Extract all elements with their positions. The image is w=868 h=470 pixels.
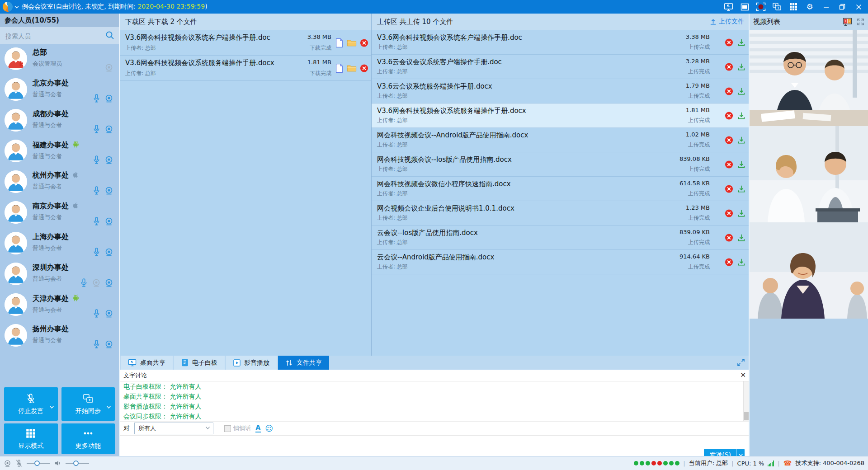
webcam-icon[interactable] <box>104 217 113 226</box>
open-folder-icon[interactable] <box>347 38 357 47</box>
webcam-icon[interactable] <box>104 186 113 195</box>
mic-icon[interactable] <box>92 155 101 164</box>
delete-file-icon[interactable] <box>725 209 733 217</box>
chevron-down-icon[interactable] <box>107 403 111 410</box>
maximize-button[interactable] <box>837 2 847 12</box>
mic-icon[interactable] <box>92 309 101 318</box>
file-row[interactable]: 云会议--Android版产品使用指南.docx 上传者: 总部 914.64 … <box>372 250 750 274</box>
download-file-icon[interactable] <box>737 87 745 95</box>
file-row[interactable]: 网会科技视频会议--Android版产品使用指南.docx 上传者: 总部 1.… <box>372 128 750 152</box>
file-row[interactable]: 网会科技视频会议--Ios版产品使用指南.docx 上传者: 总部 839.08… <box>372 152 750 177</box>
settings-gear-icon[interactable]: ⚙ <box>805 2 815 12</box>
whiteboard-window-icon[interactable] <box>740 2 750 12</box>
participant-row[interactable]: 深圳办事处 普通与会者 <box>0 259 119 290</box>
tab-desktop-share[interactable]: 桌面共享 <box>121 356 173 370</box>
webcam-status-icon[interactable] <box>4 460 11 467</box>
webcam-icon[interactable] <box>104 155 113 164</box>
delete-file-icon[interactable] <box>725 111 733 120</box>
minimize-button[interactable] <box>821 2 831 12</box>
start-sync-button[interactable]: 开始同步 <box>61 387 115 421</box>
file-row[interactable]: V3.6云会议系统服务端操作手册.docx 上传者: 总部 1.79 MB 上传… <box>372 79 750 103</box>
open-file-icon[interactable] <box>335 38 343 47</box>
webcam-icon[interactable] <box>104 309 113 318</box>
participant-row[interactable]: 上海办事处 普通与会者 <box>0 228 119 259</box>
mic-icon[interactable] <box>92 186 101 195</box>
delete-file-icon[interactable] <box>725 233 733 242</box>
speaker-volume-slider[interactable] <box>66 460 89 466</box>
record-icon[interactable] <box>756 2 766 12</box>
download-file-icon[interactable] <box>737 160 745 169</box>
chevron-down-icon[interactable] <box>50 403 54 410</box>
delete-file-icon[interactable] <box>360 38 368 47</box>
participant-row[interactable]: 成都办事处 普通与会者 <box>0 105 119 136</box>
sync-screens-icon[interactable] <box>772 2 782 12</box>
display-mode-grid-icon[interactable] <box>788 2 798 12</box>
delete-file-icon[interactable] <box>360 64 368 72</box>
chat-close-icon[interactable]: ✕ <box>740 372 746 379</box>
participant-row[interactable]: 北京办事处 普通与会者 <box>0 75 119 105</box>
title-menu-chevron-icon[interactable] <box>14 5 19 9</box>
download-file-icon[interactable] <box>737 38 745 47</box>
mic-icon[interactable] <box>92 94 101 103</box>
video-expand-icon[interactable] <box>857 18 864 26</box>
download-file-icon[interactable] <box>737 234 745 242</box>
file-row[interactable]: V3.6网会科技视频会议系统服务端操作手册.docx 上传者: 总部 1.81 … <box>120 56 371 81</box>
file-row[interactable]: V3.6网会科技视频会议系统客户端操作手册.doc 上传者: 总部 3.38 M… <box>372 30 750 55</box>
webcam-icon[interactable] <box>104 340 113 349</box>
whisper-checkbox[interactable]: 悄悄话 <box>224 424 251 432</box>
speaker-icon[interactable] <box>54 460 61 467</box>
emoji-icon[interactable]: ☺ <box>265 425 274 432</box>
webcam-icon[interactable] <box>104 125 113 134</box>
delete-file-icon[interactable] <box>725 87 733 95</box>
search-icon[interactable] <box>105 31 114 40</box>
download-file-icon[interactable] <box>737 136 745 144</box>
expand-icon[interactable] <box>737 358 745 368</box>
participant-row[interactable]: 杭州办事处 普通与会者 <box>0 167 119 197</box>
participant-row[interactable]: 总部 会议管理员 <box>0 44 119 75</box>
participant-row[interactable]: 天津办事处 普通与会者 <box>0 290 119 320</box>
download-file-icon[interactable] <box>737 258 745 266</box>
mic-icon[interactable] <box>92 247 101 257</box>
download-file-icon[interactable] <box>737 112 745 120</box>
download-file-icon[interactable] <box>737 185 745 193</box>
file-row[interactable]: 网会科技视频会议微信小程序快速指南.docx 上传者: 总部 614.58 KB… <box>372 177 750 201</box>
webcam-icon[interactable] <box>104 278 113 287</box>
tab-file-share[interactable]: 文件共享 <box>278 356 329 370</box>
delete-file-icon[interactable] <box>725 184 733 193</box>
webcam-icon[interactable] <box>92 278 101 287</box>
video-layout-icon[interactable]: 12 <box>843 18 852 26</box>
delete-file-icon[interactable] <box>725 136 733 144</box>
webcam-icon[interactable] <box>104 63 113 72</box>
file-row[interactable]: 网会视频会议企业后台使用说明书1.0.1.docx 上传者: 总部 1.23 M… <box>372 201 750 226</box>
font-style-icon[interactable]: A <box>255 425 261 432</box>
open-file-icon[interactable] <box>335 63 343 73</box>
webcam-icon[interactable] <box>104 248 113 257</box>
screen-share-icon[interactable] <box>723 2 733 12</box>
more-functions-button[interactable]: 更多功能 <box>61 423 115 454</box>
participant-row[interactable]: 南京办事处 普通与会者 <box>0 197 119 228</box>
video-thumbnail-2[interactable] <box>750 126 868 222</box>
video-thumbnail-1[interactable] <box>750 30 868 126</box>
mic-icon[interactable] <box>92 339 101 349</box>
tab-media-play[interactable]: 影音播放 <box>226 356 277 370</box>
display-mode-button[interactable]: 显示模式 <box>4 423 58 454</box>
mic-muted-icon[interactable] <box>15 459 23 467</box>
file-row[interactable]: 云会议--Ios版产品使用指南.docx 上传者: 总部 839.09 KB 上… <box>372 226 750 250</box>
open-folder-icon[interactable] <box>347 64 357 72</box>
stop-speaking-button[interactable]: 停止发言 <box>4 387 58 421</box>
file-row[interactable]: V3.6云会议会议系统客户端操作手册.doc 上传者: 总部 3.28 MB 上… <box>372 55 750 79</box>
delete-file-icon[interactable] <box>725 258 733 266</box>
upload-file-button[interactable]: 上传文件 <box>710 18 744 26</box>
file-row[interactable]: V3.6网会科技视频会议系统服务端操作手册.docx 上传者: 总部 1.81 … <box>372 103 750 128</box>
participant-row[interactable]: 福建办事处 普通与会者 <box>0 136 119 167</box>
tab-whiteboard[interactable]: 电子白板 <box>174 356 225 370</box>
mic-icon[interactable] <box>92 216 101 226</box>
participant-row[interactable]: 扬州办事处 普通与会者 <box>0 320 119 351</box>
download-file-icon[interactable] <box>737 63 745 71</box>
download-file-icon[interactable] <box>737 209 745 217</box>
app-logo-icon[interactable] <box>3 2 13 12</box>
delete-file-icon[interactable] <box>725 38 733 47</box>
recipient-select[interactable]: 所有人 <box>134 423 213 434</box>
delete-file-icon[interactable] <box>725 160 733 169</box>
video-thumbnail-3[interactable] <box>750 222 868 319</box>
